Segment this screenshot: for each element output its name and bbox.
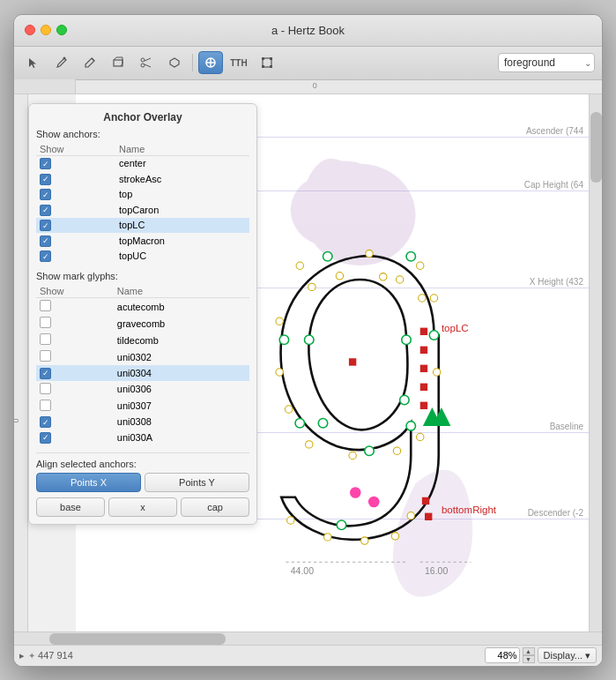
- mark-row[interactable]: gravecomb: [36, 315, 249, 332]
- maximize-button[interactable]: [56, 25, 67, 35]
- mark-checkbox-7[interactable]: ✓: [40, 416, 51, 428]
- svg-rect-11: [262, 57, 264, 60]
- mark-name-cell: uni0306: [114, 381, 249, 398]
- svg-point-33: [276, 318, 283, 325]
- anchor-checkbox-cell: ✓: [36, 187, 115, 203]
- points-y-button[interactable]: Points Y: [145, 473, 249, 492]
- svg-point-40: [433, 368, 440, 375]
- anchor-row[interactable]: ✓ topCaron: [36, 202, 249, 218]
- pen-tool-button[interactable]: [49, 51, 74, 74]
- mark-checkbox-cell: [36, 348, 114, 365]
- shape-tool-button[interactable]: [162, 51, 187, 74]
- svg-point-50: [308, 283, 315, 290]
- anchor-name-cell: topUC: [115, 249, 249, 265]
- mark-checkbox-5[interactable]: [40, 383, 51, 394]
- mark-row[interactable]: ✓ uni0308: [36, 415, 249, 430]
- mark-checkbox-cell: [36, 298, 114, 316]
- points-x-button[interactable]: Points X: [36, 473, 141, 492]
- anchor-row[interactable]: ✓ topUC: [36, 249, 249, 265]
- titlebar: a - Hertz Book: [14, 15, 602, 47]
- show-anchors-label: Show anchors:: [36, 129, 249, 139]
- mark-checkbox-1[interactable]: [40, 317, 51, 328]
- base-button[interactable]: base: [36, 497, 105, 517]
- top-ruler: 0: [14, 80, 602, 94]
- mark-checkbox-cell: ✓: [36, 365, 114, 381]
- mark-checkbox-cell: ✓: [36, 430, 114, 445]
- svg-text:bottomRight: bottomRight: [442, 504, 497, 514]
- layer-dropdown-wrapper: foreground background mask ⌄: [498, 53, 595, 72]
- zoom-stepper[interactable]: ▲ ▼: [523, 647, 535, 663]
- mark-row[interactable]: uni0307: [36, 398, 249, 415]
- anchor-row[interactable]: ✓ topLC: [36, 218, 249, 234]
- mark-row[interactable]: uni0306: [36, 381, 249, 398]
- x-button[interactable]: x: [108, 497, 177, 517]
- anchor-checkbox-6[interactable]: ✓: [40, 250, 51, 262]
- select-tool-button[interactable]: [21, 51, 46, 74]
- svg-point-36: [306, 440, 313, 447]
- mark-checkbox-cell: [36, 332, 114, 348]
- scissors-tool-button[interactable]: [134, 51, 159, 74]
- anchors-table: Show Name ✓ center ✓ strokeAsc ✓ top ✓ t…: [36, 143, 249, 265]
- mark-name-cell: uni0302: [114, 348, 249, 365]
- mark-name-cell: uni0307: [114, 398, 249, 415]
- anchor-checkbox-2[interactable]: ✓: [40, 189, 51, 200]
- zoom-input[interactable]: [485, 647, 520, 663]
- svg-point-39: [417, 433, 424, 440]
- mark-checkbox-8[interactable]: ✓: [40, 432, 51, 444]
- anchor-checkbox-4[interactable]: ✓: [40, 220, 51, 231]
- horizontal-scrollbar[interactable]: [14, 631, 602, 645]
- cap-button[interactable]: cap: [181, 497, 249, 517]
- tth-tool-button[interactable]: TTH: [226, 51, 251, 74]
- mark-row[interactable]: ✓ uni0304: [36, 365, 249, 381]
- toolbar-separator-1: [192, 54, 193, 71]
- anchor-row[interactable]: ✓ topMacron: [36, 233, 249, 249]
- svg-point-19: [323, 251, 333, 261]
- minimize-button[interactable]: [41, 25, 51, 35]
- svg-rect-52: [420, 346, 427, 353]
- scroll-thumb-vertical[interactable]: [590, 112, 602, 183]
- zoom-down-button[interactable]: ▼: [523, 655, 535, 663]
- mark-checkbox-3[interactable]: [40, 350, 51, 362]
- anchor-row[interactable]: ✓ center: [36, 155, 249, 171]
- svg-point-28: [400, 395, 410, 405]
- anchor-row[interactable]: ✓ top: [36, 187, 249, 203]
- anchor-tool-button[interactable]: [198, 51, 223, 74]
- display-label: Display...: [544, 650, 583, 661]
- rectangle-tool-button[interactable]: [106, 51, 130, 74]
- mark-checkbox-6[interactable]: [40, 400, 51, 411]
- ruler-zero-mark: 0: [313, 81, 317, 90]
- anchor-name-cell: topMacron: [115, 233, 249, 249]
- mark-row[interactable]: tildecomb: [36, 332, 249, 348]
- anchor-checkbox-3[interactable]: ✓: [40, 205, 51, 216]
- anchor-checkbox-cell: ✓: [36, 171, 115, 187]
- mark-row[interactable]: uni0302: [36, 348, 249, 365]
- svg-point-45: [287, 516, 294, 523]
- transform-tool-button[interactable]: [255, 51, 279, 74]
- mark-checkbox-2[interactable]: [40, 333, 51, 345]
- zoom-up-button[interactable]: ▲: [523, 647, 535, 655]
- display-button[interactable]: Display... ▾: [538, 647, 597, 663]
- anchor-name-cell: strokeAsc: [115, 171, 249, 187]
- anchor-checkbox-1[interactable]: ✓: [40, 174, 51, 185]
- svg-rect-14: [270, 65, 272, 68]
- mark-checkbox-4[interactable]: ✓: [40, 368, 51, 379]
- close-button[interactable]: [25, 25, 35, 35]
- svg-point-2: [141, 58, 145, 62]
- scroll-thumb-horizontal[interactable]: [49, 633, 226, 645]
- anchor-checkbox-5[interactable]: ✓: [40, 235, 51, 247]
- layer-dropdown[interactable]: foreground background mask: [498, 53, 595, 72]
- marks-col-show: Show: [36, 285, 114, 298]
- svg-text:topLC: topLC: [442, 322, 469, 333]
- mark-row[interactable]: acutecomb: [36, 298, 249, 316]
- toolbar: TTH foreground background mask ⌄: [14, 47, 602, 80]
- mark-checkbox-cell: [36, 398, 114, 415]
- anchor-row[interactable]: ✓ strokeAsc: [36, 171, 249, 187]
- svg-point-24: [337, 520, 346, 530]
- show-marks-label: Show mark glyphs:: [36, 271, 249, 281]
- svg-point-22: [365, 446, 375, 456]
- mark-row[interactable]: ✓ uni030A: [36, 430, 249, 445]
- pencil-tool-button[interactable]: [78, 51, 102, 74]
- anchor-checkbox-0[interactable]: ✓: [40, 158, 51, 169]
- vertical-scrollbar[interactable]: [589, 94, 602, 631]
- mark-checkbox-0[interactable]: [40, 300, 51, 311]
